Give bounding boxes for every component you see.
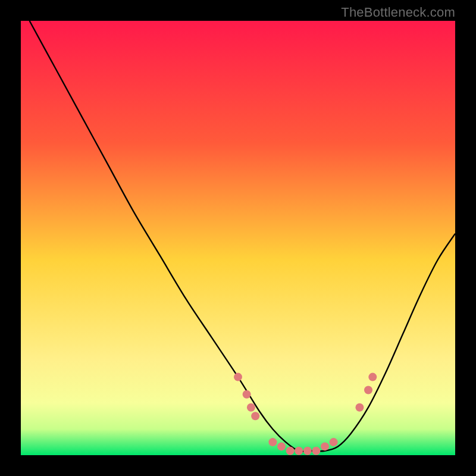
- data-point-marker: [268, 438, 277, 446]
- data-point-marker: [368, 373, 377, 381]
- data-point-marker: [312, 447, 320, 455]
- data-point-marker: [251, 412, 259, 420]
- data-point-marker: [295, 447, 303, 455]
- data-point-marker: [321, 442, 329, 450]
- chart-container: [21, 21, 455, 455]
- bottleneck-curve-line: [30, 21, 455, 452]
- data-point-marker: [364, 386, 372, 394]
- data-point-marker: [277, 442, 286, 450]
- data-point-marker: [234, 373, 242, 381]
- bottleneck-chart: [21, 21, 455, 455]
- data-point-markers: [234, 373, 377, 455]
- data-point-marker: [247, 403, 255, 412]
- data-point-marker: [303, 447, 312, 455]
- data-point-marker: [355, 403, 364, 412]
- data-point-marker: [330, 438, 338, 446]
- data-point-marker: [286, 447, 295, 455]
- attribution-text: TheBottleneck.com: [341, 5, 455, 20]
- data-point-marker: [243, 390, 251, 399]
